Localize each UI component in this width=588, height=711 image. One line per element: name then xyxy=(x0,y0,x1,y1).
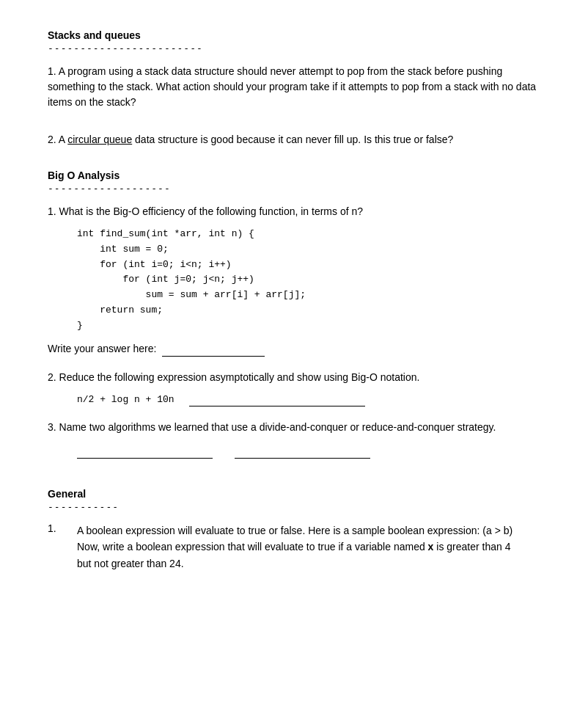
sq-question-1: 1. A program using a stack data structur… xyxy=(48,64,540,110)
expression-row: n/2 + log n + 10n xyxy=(77,393,540,407)
big-o-section: Big O Analysis ------------------- 1. Wh… xyxy=(48,169,540,459)
write-answer-row: Write your answer here: xyxy=(48,341,540,357)
stacks-queues-divider: ------------------------ xyxy=(48,43,540,54)
big-o-question-3: 3. Name two algorithms we learned that u… xyxy=(48,420,540,459)
stacks-queues-section: Stacks and queues ----------------------… xyxy=(48,29,540,147)
sq-q1-number: 1. xyxy=(48,65,59,77)
sq-q2-text: data structure is good because it can ne… xyxy=(135,134,453,145)
general-divider: ----------- xyxy=(48,501,540,512)
general-q1-bold-x: x xyxy=(428,541,434,553)
answer-line-expression xyxy=(189,406,365,406)
big-o-question-2: 2. Reduce the following expression asymp… xyxy=(48,370,540,407)
big-o-title: Big O Analysis xyxy=(48,169,540,181)
big-o-divider: ------------------- xyxy=(48,183,540,194)
code-block: int find_sum(int *arr, int n) { int sum … xyxy=(77,227,540,334)
big-o-q1-text: 1. What is the Big-O efficiency of the f… xyxy=(48,204,540,219)
write-answer-label: Write your answer here: xyxy=(48,343,159,354)
expression-text: n/2 + log n + 10n xyxy=(77,393,174,407)
sq-question-2: 2. A circular queue data structure is go… xyxy=(48,132,540,147)
big-o-q3-text: 3. Name two algorithms we learned that u… xyxy=(48,420,540,435)
sq-q1-text: A program using a stack data structure s… xyxy=(48,65,536,108)
general-q1-number: 1. xyxy=(48,522,62,572)
big-o-q2-text: 2. Reduce the following expression asymp… xyxy=(48,370,540,385)
general-question-1: 1. A boolean expression will evaluate to… xyxy=(48,522,540,572)
two-blanks-row xyxy=(77,442,540,459)
general-section: General ----------- 1. A boolean express… xyxy=(48,488,540,572)
answer-line-1 xyxy=(162,356,265,357)
sq-q2-circular-queue: circular queue xyxy=(67,134,132,145)
sq-q2-number: 2. A xyxy=(48,134,67,145)
big-o-question-1: 1. What is the Big-O efficiency of the f… xyxy=(48,204,540,357)
blank-1 xyxy=(77,442,213,459)
general-title: General xyxy=(48,488,540,500)
blank-2 xyxy=(235,442,370,459)
general-q1-text: A boolean expression will evaluate to tr… xyxy=(77,522,512,572)
stacks-queues-title: Stacks and queues xyxy=(48,29,540,41)
